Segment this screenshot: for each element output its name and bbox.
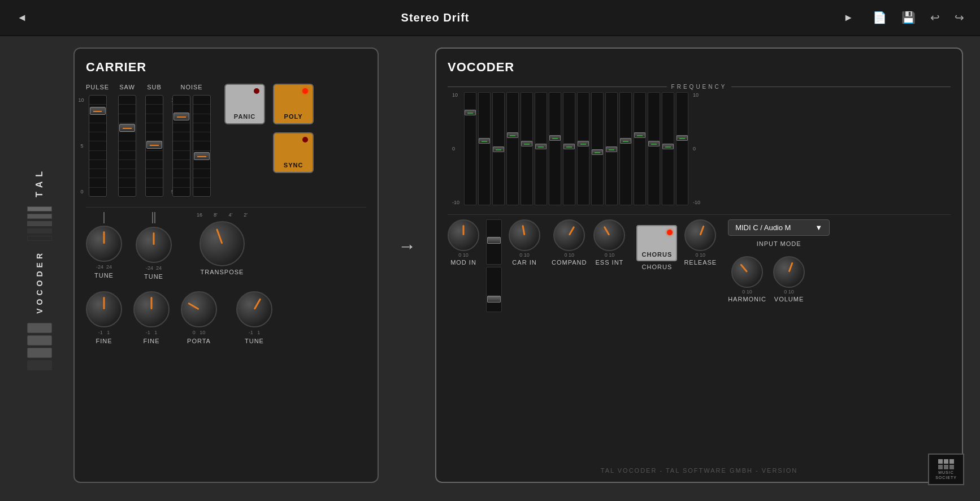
- panic-button[interactable]: PANIC: [224, 84, 265, 124]
- panic-poly-row: PANIC POLY: [224, 84, 314, 124]
- volume-knob[interactable]: [773, 256, 805, 288]
- sub-fader-handle[interactable]: [146, 141, 162, 149]
- ess-int-knob[interactable]: [593, 219, 625, 251]
- logo-block: [27, 214, 52, 219]
- logo-block-wide: [27, 348, 52, 358]
- saw-fader-handle[interactable]: [119, 124, 135, 132]
- chorus-label: CHORUS: [642, 264, 673, 270]
- freq-fader-9-handle[interactable]: [578, 141, 589, 146]
- noise-label: NOISE: [180, 84, 202, 90]
- porta-knob-container: 0 10 PORTA: [181, 291, 217, 344]
- freq-fader-4-handle[interactable]: [507, 132, 518, 138]
- redo-button[interactable]: ↪: [950, 8, 969, 27]
- freq-fader-7-handle[interactable]: [549, 135, 561, 141]
- mod-in-indicator: [463, 225, 465, 235]
- car-slider-track[interactable]: [486, 267, 502, 312]
- tune1-center-mark: [103, 212, 105, 223]
- freq-fader-14: [648, 92, 660, 205]
- transpose-label: TRANSPOSE: [201, 269, 244, 275]
- freq-fader-8-handle[interactable]: [563, 144, 575, 149]
- poly-button[interactable]: POLY: [273, 84, 314, 124]
- undo-button[interactable]: ↩: [926, 8, 944, 27]
- tune2-knob[interactable]: [136, 227, 172, 263]
- ess-int-label: ESS INT: [596, 259, 624, 266]
- freq-faders: [464, 92, 688, 205]
- fine2-knob[interactable]: [133, 291, 170, 327]
- ms-block: [949, 459, 954, 464]
- car-in-range: 0 10: [519, 252, 530, 258]
- mod-in-group: 0 10 MOD IN: [448, 219, 479, 266]
- saw-fader-group: SAW: [118, 84, 136, 197]
- next-preset-button[interactable]: ►: [838, 8, 859, 27]
- arrow-icon: →: [398, 236, 416, 257]
- chorus-button[interactable]: CHORUS: [636, 225, 677, 261]
- input-mode-dropdown[interactable]: MIDI C / Audio M ▼: [728, 219, 830, 236]
- harmonic-label: HARMONIC: [728, 296, 766, 303]
- freq-tick-bot-left: -10: [452, 200, 459, 205]
- ms-block: [944, 465, 948, 469]
- ess-int-indicator: [604, 226, 610, 236]
- porta-knob[interactable]: [181, 291, 217, 327]
- tune2-mark-l: [152, 212, 153, 223]
- noise-fader-handle2[interactable]: [194, 152, 210, 160]
- tune1-knob[interactable]: [86, 226, 122, 262]
- freq-fader-5: [521, 92, 533, 205]
- save-button[interactable]: 💾: [897, 8, 920, 27]
- noise-fader-track1[interactable]: [172, 95, 190, 197]
- porta-indicator: [188, 303, 200, 310]
- freq-fader-14-handle[interactable]: [648, 141, 660, 146]
- logo-tal: TAL: [34, 167, 45, 197]
- music-society-grid-2: [938, 465, 954, 469]
- frequency-section: FREQUENCY 10 0 -10: [448, 84, 951, 205]
- harmonic-knob[interactable]: [731, 256, 763, 288]
- freq-fader-13-handle[interactable]: [634, 132, 645, 138]
- freq-fader-15-handle[interactable]: [662, 144, 674, 149]
- freq-fader-6-handle[interactable]: [535, 144, 547, 149]
- transpose-knob[interactable]: [200, 221, 245, 266]
- transpose-16-label: 16: [197, 212, 202, 218]
- freq-line-right: [731, 87, 951, 87]
- carrier-buttons: PANIC POLY SYNC: [224, 84, 314, 173]
- freq-fader-2-handle[interactable]: [479, 138, 490, 144]
- freq-fader-10: [591, 92, 604, 205]
- mod-slider-track[interactable]: [486, 219, 502, 265]
- mod-car-sliders-group: [486, 219, 502, 312]
- prev-preset-button[interactable]: ◄: [11, 8, 33, 27]
- preset-name: Stereo Drift: [42, 11, 829, 24]
- sub-fader-track[interactable]: [145, 95, 163, 197]
- pulse-fader-track[interactable]: [89, 95, 107, 197]
- fine1-knob[interactable]: [86, 291, 122, 327]
- freq-fader-1-handle[interactable]: [465, 110, 476, 115]
- mod-in-knob[interactable]: [448, 219, 479, 251]
- poly-led: [302, 88, 308, 94]
- freq-tick-top-left: 10: [452, 92, 459, 98]
- release-range: 0 10: [696, 252, 706, 258]
- freq-fader-10-handle[interactable]: [592, 149, 603, 155]
- mod-slider-handle[interactable]: [487, 237, 501, 244]
- freq-fader-3-handle[interactable]: [493, 146, 504, 152]
- freq-fader-5-handle[interactable]: [521, 141, 532, 146]
- panic-led: [254, 88, 259, 94]
- tune3-knob[interactable]: [236, 291, 272, 327]
- car-slider-handle[interactable]: [487, 296, 501, 303]
- sync-button[interactable]: SYNC: [273, 132, 314, 173]
- car-in-label: CAR IN: [512, 259, 536, 266]
- car-in-knob[interactable]: [509, 219, 540, 251]
- freq-fader-12-handle[interactable]: [620, 138, 631, 144]
- fine2-knob-container: -1 1 FINE: [133, 291, 170, 344]
- freq-fader-11-handle[interactable]: [606, 146, 617, 152]
- freq-fader-16-handle[interactable]: [677, 135, 688, 141]
- new-button[interactable]: 📄: [868, 8, 891, 27]
- pulse-fader-handle[interactable]: [90, 107, 106, 115]
- release-knob[interactable]: [684, 219, 716, 251]
- music-society-logo: MUSIC SOCIETY: [928, 454, 964, 485]
- vertical-logo: TAL VOCODER: [17, 47, 62, 490]
- logo-vocoder: VOCODER: [35, 250, 44, 314]
- noise-fader-handle1[interactable]: [174, 113, 189, 120]
- fine1-range: -1 1: [98, 330, 110, 335]
- input-mode-value: MIDI C / Audio M: [735, 223, 791, 232]
- freq-fader-8: [563, 92, 575, 205]
- saw-fader-track[interactable]: [118, 95, 136, 197]
- noise-fader-track2[interactable]: [193, 95, 211, 197]
- compand-knob[interactable]: [553, 219, 585, 251]
